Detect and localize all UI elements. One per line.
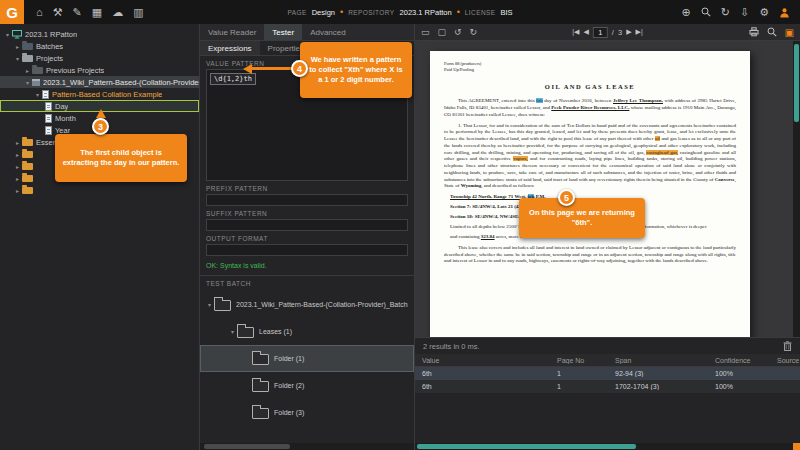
fit-page-icon[interactable]: ▢	[438, 27, 447, 37]
last-page-icon[interactable]: ▶|	[636, 28, 643, 36]
refresh-icon[interactable]: ↻	[721, 6, 730, 19]
callout-3: The first child object is extracting the…	[55, 134, 187, 182]
scrollbar-corner	[793, 443, 800, 450]
settings-gear-icon[interactable]: ⚙	[759, 6, 769, 19]
tree-item-collation-example[interactable]: ▾ Pattern-Based Collation Example	[0, 88, 199, 100]
tools-icon[interactable]: ⚒	[53, 6, 63, 19]
callout-5: On this page we are returning "6th".	[519, 198, 645, 238]
design-icon[interactable]: ✎	[73, 6, 82, 19]
app-window: G ⌂ ⚒ ✎ ▦ ☁ ▥ PAGE Design • REPOSITORY 2…	[0, 0, 800, 450]
repository-value: 2023.1 RPatton	[400, 8, 452, 17]
tree-item-batches[interactable]: ▸ Batches	[0, 40, 199, 52]
tab-expressions[interactable]: Expressions	[200, 41, 260, 55]
form-line: Paid Up/Pooling	[444, 67, 736, 73]
caret-down-icon: ▾	[33, 91, 42, 98]
rotate-ccw-icon[interactable]: ↺	[454, 27, 462, 37]
horizontal-scrollbar[interactable]	[415, 443, 800, 450]
batch-folder-1[interactable]: Folder (1)	[200, 345, 414, 372]
home-icon[interactable]: ⌂	[36, 6, 43, 18]
horizontal-scrollbar[interactable]	[200, 443, 414, 450]
extractor-doc-icon	[42, 90, 49, 99]
first-page-icon[interactable]: |◀	[572, 28, 579, 36]
thumbnails-icon[interactable]: ▣	[785, 27, 794, 38]
column-header[interactable]: Span	[608, 357, 708, 364]
document-paragraph-1: This AGREEMENT, entered into this 6th da…	[444, 98, 736, 118]
viewer-zoom-icons: ▭ ▢ ↺ ↻	[421, 27, 477, 37]
batch-item-label: Folder (1)	[274, 355, 304, 362]
add-icon[interactable]: ⊕	[681, 6, 690, 19]
publish-icon[interactable]: ☁	[112, 6, 123, 19]
output-format-label: OUTPUT FORMAT	[200, 231, 414, 244]
trash-icon[interactable]	[783, 341, 792, 351]
result-span: 1702-1704 (3)	[608, 383, 708, 390]
results-summary: 2 results in 0 ms.	[423, 342, 480, 351]
output-format-input[interactable]	[206, 244, 408, 256]
grooper-logo[interactable]: G	[0, 0, 24, 24]
column-header[interactable]: Source	[770, 357, 800, 364]
caret-right-icon: ▸	[13, 151, 22, 158]
folder-icon	[22, 55, 33, 62]
batch-folder-3[interactable]: Folder (3)	[200, 399, 414, 426]
callout-4-number: 4	[291, 60, 308, 77]
page-navigator: |◀ ◀ 1 / 3 ▶ ▶|	[572, 27, 642, 38]
result-row[interactable]: 6th 1 92-94 (3) 100%	[415, 367, 800, 380]
column-header[interactable]: Value	[415, 357, 550, 364]
tree-item-folder[interactable]: ▸	[0, 184, 199, 196]
prefix-pattern-input[interactable]	[206, 194, 408, 206]
caret-right-icon: ▸	[23, 67, 32, 74]
column-header[interactable]: Page No	[550, 357, 608, 364]
batch-folder-2[interactable]: Folder (2)	[200, 372, 414, 399]
scrollbar-thumb[interactable]	[794, 44, 799, 122]
scrollbar-thumb[interactable]	[417, 444, 636, 449]
topbar-nav-icons: ⌂ ⚒ ✎ ▦ ☁ ▥	[36, 6, 144, 19]
repository-label: REPOSITORY	[348, 9, 394, 16]
tree-item-label: Batches	[36, 42, 63, 51]
result-confidence: 100%	[708, 383, 770, 390]
rotate-cw-icon[interactable]: ↻	[470, 27, 478, 37]
folder-icon	[252, 354, 269, 365]
tab-advanced[interactable]: Advanced	[302, 24, 354, 40]
user-avatar-icon[interactable]	[779, 7, 790, 18]
fit-width-icon[interactable]: ▭	[421, 27, 430, 37]
tree-item-project[interactable]: ▾ 2023.1_Wiki_Pattern-Based-(Collation-P…	[0, 76, 199, 88]
search-icon[interactable]	[701, 7, 711, 17]
tab-value-reader[interactable]: Value Reader	[200, 24, 264, 40]
tree-item-previous-projects[interactable]: ▸ Previous Projects	[0, 64, 199, 76]
page-label: PAGE	[287, 9, 306, 16]
extractor-doc-icon	[45, 114, 52, 123]
result-row[interactable]: 6th 1 1702-1704 (3) 100%	[415, 380, 800, 393]
scrollbar-thumb[interactable]	[204, 444, 290, 449]
prev-page-icon[interactable]: ◀	[583, 28, 588, 36]
tree-item-projects[interactable]: ▾ Projects	[0, 52, 199, 64]
download-icon[interactable]: ⇩	[740, 6, 749, 19]
results-column-headers: Value Page No Span Confidence Source	[415, 354, 800, 367]
bullet-icon: •	[340, 7, 343, 17]
callout-4: We have written a pattern to collect "Xt…	[300, 42, 412, 98]
stats-icon[interactable]: ▥	[133, 6, 143, 19]
tree-item-repository[interactable]: ▾ 2023.1 RPatton	[0, 28, 199, 40]
vertical-scrollbar[interactable]	[793, 41, 800, 337]
batches-icon[interactable]: ▦	[92, 6, 102, 19]
suffix-pattern-input[interactable]	[206, 219, 408, 231]
license-value: BIS	[500, 8, 512, 17]
repository-monitor-icon	[12, 30, 22, 39]
tree-item-label: Pattern-Based Collation Example	[52, 90, 162, 99]
document-canvas[interactable]: Form 88 (producers) Paid Up/Pooling OIL …	[415, 41, 800, 337]
viewer-toolbar: ▭ ▢ ↺ ↻ |◀ ◀ 1 / 3 ▶ ▶| ▣	[415, 24, 800, 41]
project-icon	[32, 79, 40, 86]
caret-right-icon: ▸	[13, 139, 22, 146]
page-number-input[interactable]: 1	[593, 27, 608, 38]
print-icon[interactable]	[749, 27, 759, 37]
search-icon[interactable]	[767, 27, 777, 37]
batch-root-folder[interactable]: ▾ 2023.1_Wiki_Pattern-Based-(Collation-P…	[200, 291, 414, 318]
result-confidence: 100%	[708, 370, 770, 377]
page-total: 3	[618, 28, 622, 37]
next-page-icon[interactable]: ▶	[626, 28, 631, 36]
folder-icon	[32, 67, 43, 74]
tree-item-label: Projects	[36, 54, 63, 63]
batch-leases-folder[interactable]: ▾ Leases (1)	[200, 318, 414, 345]
column-header[interactable]: Confidence	[708, 357, 770, 364]
caret-right-icon: ▸	[13, 175, 22, 182]
tab-tester[interactable]: Tester	[264, 24, 302, 40]
caret-right-icon: ▸	[13, 163, 22, 170]
